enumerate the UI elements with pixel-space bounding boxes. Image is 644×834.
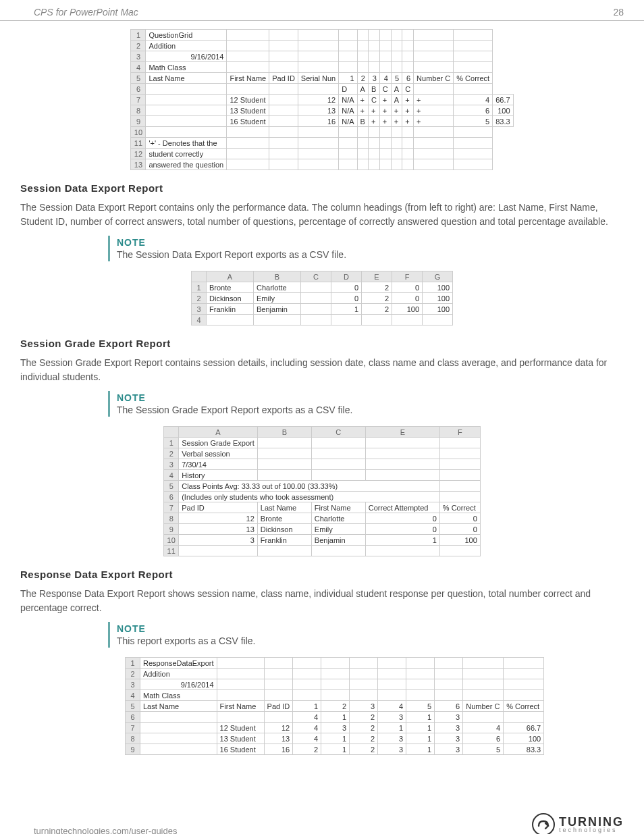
cell <box>254 315 301 325</box>
row-number: 11 <box>131 138 146 149</box>
cell <box>368 138 379 149</box>
cell: 13 <box>179 524 258 535</box>
cell: + <box>357 95 368 105</box>
cell <box>379 30 391 41</box>
cell <box>435 669 463 679</box>
cell <box>217 712 264 723</box>
note-block: NOTE The Session Grade Export Report exp… <box>108 391 554 417</box>
cell: 3 <box>435 712 463 723</box>
cell <box>357 159 368 170</box>
cell <box>504 669 544 679</box>
cell <box>298 127 338 138</box>
cell: 12 Student <box>217 723 264 733</box>
cell <box>454 138 493 149</box>
cell <box>179 546 258 556</box>
section-title: Session Grade Export Report <box>20 338 624 349</box>
cell <box>146 105 227 116</box>
cell <box>402 51 414 62</box>
cell <box>402 30 414 41</box>
cell: 2 <box>321 701 350 712</box>
cell: Number C <box>414 73 454 84</box>
cell <box>350 658 378 669</box>
cell: 6 <box>454 105 493 116</box>
row-number: 11 <box>164 546 179 556</box>
cell: First Name <box>227 73 269 84</box>
cell <box>227 30 269 41</box>
cell: Dickinson <box>257 524 311 535</box>
cell: Math Class <box>146 62 227 73</box>
cell <box>379 159 391 170</box>
cell <box>227 84 269 95</box>
cell: Benjamin <box>254 304 301 315</box>
cell <box>368 41 379 51</box>
cell <box>439 438 480 448</box>
cell: 66.7 <box>504 723 544 733</box>
cell <box>406 658 435 669</box>
row-number: 8 <box>164 513 179 524</box>
cell <box>504 712 544 723</box>
cell <box>146 84 227 95</box>
cell: 12 <box>264 723 293 733</box>
cell <box>439 481 480 492</box>
row-number: 2 <box>126 669 140 679</box>
cell: '+' - Denotes that the <box>146 138 227 149</box>
cell: 4 <box>293 733 321 744</box>
cell <box>293 690 321 701</box>
cell: 4 <box>454 95 493 105</box>
cell: % Correct <box>439 502 480 513</box>
cell: Pad ID <box>264 701 293 712</box>
cell: Pad ID <box>269 73 298 84</box>
cell: + <box>368 116 379 127</box>
cell <box>439 470 480 481</box>
cell <box>435 658 463 669</box>
cell <box>339 149 357 159</box>
row-number: 8 <box>126 733 140 744</box>
cell <box>301 282 331 293</box>
cell <box>298 138 338 149</box>
col-header: E <box>365 427 439 438</box>
cell <box>454 62 493 73</box>
cell <box>435 690 463 701</box>
cell: (Includes only students who took assessm… <box>179 492 440 502</box>
row-number: 4 <box>131 62 146 73</box>
row-number: 3 <box>164 459 179 470</box>
cell: 0 <box>392 293 423 304</box>
cell: 3 <box>378 712 406 723</box>
cell <box>350 679 378 690</box>
cell: 1 <box>406 744 435 755</box>
row-number: 5 <box>131 73 146 84</box>
cell: 13 Student <box>217 733 264 744</box>
cell <box>146 116 227 127</box>
cell: Serial Nun <box>298 73 338 84</box>
cell <box>140 744 217 755</box>
cell <box>227 127 269 138</box>
cell <box>269 41 298 51</box>
cell: Last Name <box>257 502 311 513</box>
cell: 0 <box>331 282 362 293</box>
cell: 1 <box>321 712 350 723</box>
cell <box>379 127 391 138</box>
row-number: 7 <box>131 95 146 105</box>
cell <box>269 51 298 62</box>
cell: 16 <box>298 116 338 127</box>
cell <box>140 733 217 744</box>
cell: 4 <box>378 701 406 712</box>
cell: C <box>402 84 414 95</box>
cell: 9/16/2014 <box>140 679 217 690</box>
cell <box>379 62 391 73</box>
cell <box>339 51 357 62</box>
cell: 0 <box>439 524 480 535</box>
row-number: 1 <box>126 658 140 669</box>
col-header: B <box>254 271 301 282</box>
cell: 1 <box>339 73 357 84</box>
cell: % Correct <box>454 73 493 84</box>
cell <box>339 127 357 138</box>
note-block: NOTE The Session Data Export Report expo… <box>108 236 554 261</box>
cell <box>339 41 357 51</box>
cell: 100 <box>423 293 453 304</box>
cell <box>454 159 493 170</box>
cell <box>227 138 269 149</box>
cell: 3 <box>435 744 463 755</box>
cell <box>391 62 402 73</box>
col-header: F <box>439 427 480 438</box>
